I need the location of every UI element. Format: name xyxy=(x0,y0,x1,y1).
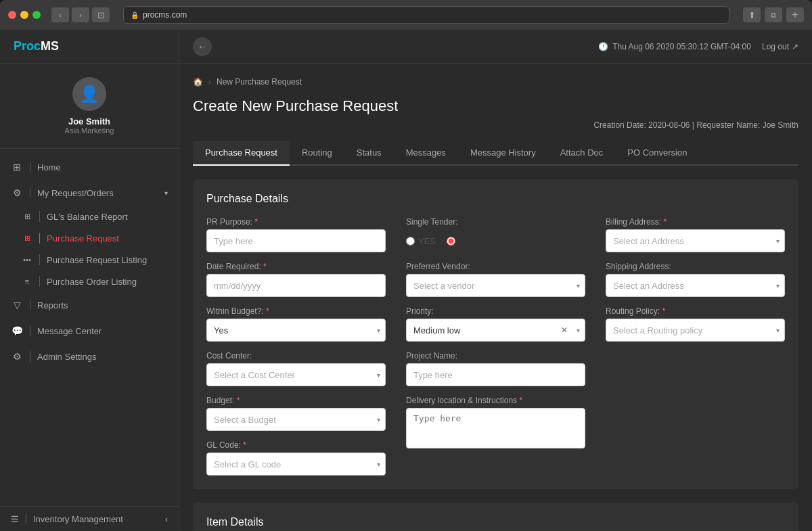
within-budget-group: Within Budget?: * Yes No ▾ xyxy=(206,306,386,342)
project-name-group: Project Name: xyxy=(406,351,585,386)
nav-divider-3 xyxy=(39,211,40,222)
browser-view-btn[interactable]: ⊡ xyxy=(92,7,110,22)
budget-select[interactable]: Select a Budget xyxy=(206,408,386,431)
dot-red[interactable] xyxy=(8,11,16,19)
list-icon: ≡ xyxy=(22,276,32,287)
single-tender-yes-radio[interactable] xyxy=(406,237,415,246)
date-required-label: Date Required: * xyxy=(206,262,386,271)
sidebar-item-reports[interactable]: ▽ Reports xyxy=(0,292,179,318)
sidebar-item-purchase-order-listing[interactable]: ≡ Purchase Order Listing xyxy=(0,271,179,292)
single-tender-no-radio[interactable] xyxy=(447,237,455,246)
inventory-management-label: Inventory Management xyxy=(33,514,123,524)
admin-settings-label: Admin Settings xyxy=(37,352,96,362)
browser-chrome: ‹ › ⊡ 🔒 procms.com ⬆ ⧉ + xyxy=(0,0,812,30)
gl-balance-label: GL's Balance Report xyxy=(47,212,128,222)
browser-new-tab-btn[interactable]: + xyxy=(786,7,804,22)
logout-icon: ↗ xyxy=(792,42,798,51)
col-left: PR Purpose: * Date Required: * xyxy=(206,217,386,476)
single-tender-yes-label[interactable]: YES xyxy=(406,236,436,246)
main: ← 🕐 Thu Aug 06 2020 05:30:12 GMT-04:00 L… xyxy=(179,30,812,531)
breadcrumb: 🏠 › New Purchase Request xyxy=(193,77,798,87)
delivery-location-group: Delivery location & Instructions * xyxy=(406,396,585,448)
nav-divider-5 xyxy=(39,254,40,265)
nav-divider-2 xyxy=(30,187,30,198)
billing-address-select-wrap: Select an Address ▾ xyxy=(606,229,785,252)
budget-label: Budget: * xyxy=(206,396,386,405)
sidebar-item-my-request-orders[interactable]: ⚙ My Request/Orders ▾ xyxy=(0,180,179,206)
inventory-collapse-arrow: ‹ xyxy=(165,514,168,524)
shipping-address-label: Shipping Address: xyxy=(606,262,785,271)
pr-purpose-input[interactable] xyxy=(206,229,386,252)
purchase-request-icon: ⊞ xyxy=(22,233,32,244)
priority-group: Priority: Medium low ✕ ▾ xyxy=(406,306,585,342)
billing-address-select[interactable]: Select an Address xyxy=(606,229,785,252)
tab-attach-doc[interactable]: Attach Doc xyxy=(548,141,616,166)
address-bar[interactable]: 🔒 procms.com xyxy=(123,6,729,24)
tab-purchase-request[interactable]: Purchase Request xyxy=(193,141,290,166)
tab-po-conversion[interactable]: PO Conversion xyxy=(615,141,699,166)
logo-text: ProcMS xyxy=(14,39,59,53)
browser-forward-btn[interactable]: › xyxy=(72,7,89,22)
preferred-vendor-select-wrap: Select a vendor ▾ xyxy=(406,274,585,297)
nav-divider-8 xyxy=(30,325,30,336)
billing-address-label: Billing Address: * xyxy=(606,217,785,227)
back-button[interactable]: ← xyxy=(193,37,212,56)
my-request-orders-label: My Request/Orders xyxy=(37,188,114,198)
shipping-address-select[interactable]: Select an Address xyxy=(606,274,785,297)
breadcrumb-home[interactable]: 🏠 xyxy=(193,77,203,87)
nav-divider-7 xyxy=(30,300,30,310)
date-required-input[interactable] xyxy=(206,274,386,297)
purchase-details-grid: PR Purpose: * Date Required: * xyxy=(206,217,785,476)
within-budget-select[interactable]: Yes No xyxy=(206,319,386,342)
tab-status[interactable]: Status xyxy=(344,141,394,166)
sidebar-item-home[interactable]: ⊞ Home xyxy=(0,154,179,180)
nav-divider-9 xyxy=(30,351,30,362)
single-tender-no-label[interactable]: NO xyxy=(447,236,472,246)
sidebar: ProcMS 👤 Joe Smith Asia Marketing ⊞ Home… xyxy=(0,30,179,531)
avatar-icon: 👤 xyxy=(79,85,99,103)
dot-green[interactable] xyxy=(32,11,41,19)
content: 🏠 › New Purchase Request Create New Purc… xyxy=(179,64,812,531)
nav-divider-10 xyxy=(26,513,26,524)
routing-policy-group: Routing Policy: * Select a Routing polic… xyxy=(606,306,785,342)
project-name-input[interactable] xyxy=(406,363,585,386)
tab-messages[interactable]: Messages xyxy=(394,141,458,166)
pr-purpose-label: PR Purpose: * xyxy=(206,217,386,227)
routing-policy-select[interactable]: Select a Routing policy xyxy=(606,319,785,342)
sidebar-item-gl-balance-report[interactable]: ⊞ GL's Balance Report xyxy=(0,206,179,227)
date-required-group: Date Required: * xyxy=(206,262,386,297)
dot-yellow[interactable] xyxy=(20,11,28,19)
user-section: 👤 Joe Smith Asia Marketing xyxy=(0,64,179,149)
shipping-address-select-wrap: Select an Address ▾ xyxy=(606,274,785,297)
browser-share-btn[interactable]: ⬆ xyxy=(743,7,761,22)
col-right: Billing Address: * Select an Address ▾ xyxy=(606,217,785,476)
topbar-datetime: 🕐 Thu Aug 06 2020 05:30:12 GMT-04:00 xyxy=(598,42,751,51)
tab-routing[interactable]: Routing xyxy=(290,141,344,166)
sidebar-item-inventory-management[interactable]: ☰ Inventory Management ‹ xyxy=(0,507,179,531)
purchase-request-listing-label: Purchase Request Listing xyxy=(47,255,147,265)
routing-policy-label: Routing Policy: * xyxy=(606,306,785,316)
breadcrumb-current: New Purchase Request xyxy=(217,77,302,87)
delivery-location-label: Delivery location & Instructions * xyxy=(406,396,585,405)
within-budget-label: Within Budget?: * xyxy=(206,306,386,316)
browser-back-btn[interactable]: ‹ xyxy=(51,7,69,22)
preferred-vendor-select[interactable]: Select a vendor xyxy=(406,274,585,297)
home-icon: ⊞ xyxy=(11,161,23,173)
sidebar-item-purchase-request[interactable]: ⊞ Purchase Request xyxy=(0,227,179,249)
gl-code-label: GL Code: * xyxy=(206,440,386,450)
priority-clear-btn[interactable]: ✕ xyxy=(561,325,568,335)
browser-window-btn[interactable]: ⧉ xyxy=(765,7,782,22)
delivery-location-input[interactable] xyxy=(406,408,585,448)
sidebar-bottom: ☰ Inventory Management ‹ xyxy=(0,506,179,531)
sidebar-item-purchase-request-listing[interactable]: ••• Purchase Request Listing xyxy=(0,249,179,271)
nav-items: ⊞ Home ⚙ My Request/Orders ▾ ⊞ GL's Bala… xyxy=(0,149,179,506)
gl-code-group: GL Code: * Select a GL code ▾ xyxy=(206,440,386,476)
gl-code-select[interactable]: Select a GL code xyxy=(206,453,386,476)
reports-label: Reports xyxy=(37,300,68,310)
logout-button[interactable]: Log out ↗ xyxy=(762,42,798,51)
sidebar-item-admin-settings[interactable]: ⚙ Admin Settings xyxy=(0,344,179,369)
tabs: Purchase Request Routing Status Messages… xyxy=(193,141,798,166)
sidebar-item-message-center[interactable]: 💬 Message Center xyxy=(0,318,179,344)
cost-center-select[interactable]: Select a Cost Center xyxy=(206,363,386,386)
tab-message-history[interactable]: Message History xyxy=(458,141,548,166)
